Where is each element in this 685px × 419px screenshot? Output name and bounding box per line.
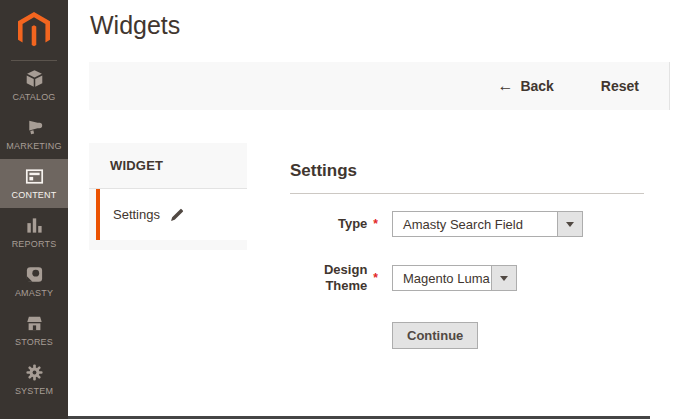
design-theme-select-value: Magento Luma — [393, 266, 491, 290]
storefront-icon — [25, 314, 44, 333]
form-rows: Type * Amasty Search Field Design Theme … — [290, 211, 644, 349]
layout-icon — [25, 167, 44, 186]
type-select[interactable]: Amasty Search Field — [392, 211, 583, 237]
magento-logo-icon — [18, 12, 50, 49]
bar-chart-icon — [25, 216, 44, 235]
type-select-value: Amasty Search Field — [393, 212, 557, 236]
sidebar-item-label: CONTENT — [12, 190, 57, 200]
sidebar-item-label: STORES — [15, 337, 53, 347]
chevron-down-icon — [566, 222, 574, 227]
sidebar-item-label: MARKETING — [6, 141, 61, 151]
design-theme-label: Design Theme — [299, 262, 367, 295]
continue-button[interactable]: Continue — [392, 322, 478, 349]
nav-item-settings[interactable]: Settings — [96, 189, 247, 240]
type-select-arrow — [557, 212, 582, 236]
magento-logo[interactable] — [0, 0, 68, 61]
back-button-label: Back — [520, 78, 553, 94]
form-row-type: Type * Amasty Search Field — [290, 211, 644, 237]
sidebar-item-marketing[interactable]: MARKETING — [0, 110, 68, 159]
design-theme-select[interactable]: Magento Luma — [392, 265, 517, 291]
nav-item-label: Settings — [113, 207, 160, 222]
sidebar-item-label: REPORTS — [12, 239, 57, 249]
widgets-page: CATALOG MARKETING CONTENT REPORTS AMASTY — [0, 0, 685, 419]
amasty-logo-icon — [25, 265, 44, 284]
sidebar-item-stores[interactable]: STORES — [0, 306, 68, 355]
design-theme-label-cell: Design Theme * — [290, 262, 378, 295]
design-theme-select-arrow — [491, 266, 516, 290]
required-asterisk: * — [373, 271, 378, 285]
back-button[interactable]: ← Back — [497, 78, 553, 94]
sidebar-item-content[interactable]: CONTENT — [0, 159, 68, 208]
megaphone-icon — [25, 118, 44, 137]
sidebar-item-system[interactable]: SYSTEM — [0, 355, 68, 404]
type-label: Type — [338, 216, 367, 232]
chevron-down-icon — [500, 276, 508, 281]
form-row-design-theme: Design Theme * Magento Luma — [290, 262, 644, 295]
sidebar-item-catalog[interactable]: CATALOG — [0, 61, 68, 110]
sidebar-item-reports[interactable]: REPORTS — [0, 208, 68, 257]
settings-form: Settings Type * Amasty Search Field Desi… — [290, 161, 644, 349]
reset-button[interactable]: Reset — [601, 78, 639, 94]
nav-panel-header: WIDGET — [89, 143, 247, 189]
required-asterisk: * — [373, 217, 378, 231]
sidebar-item-amasty[interactable]: AMASTY — [0, 257, 68, 306]
catalog-box-icon — [25, 69, 44, 88]
sidebar-item-label: SYSTEM — [15, 386, 53, 396]
admin-sidebar: CATALOG MARKETING CONTENT REPORTS AMASTY — [0, 0, 68, 419]
pencil-icon — [171, 208, 184, 221]
type-control: Amasty Search Field — [392, 211, 583, 237]
sidebar-item-label: AMASTY — [15, 288, 53, 298]
back-arrow-icon: ← — [497, 78, 513, 94]
design-theme-control: Magento Luma — [392, 265, 517, 291]
section-title: Settings — [290, 161, 644, 194]
sidebar-item-label: CATALOG — [12, 92, 55, 102]
reset-button-label: Reset — [601, 78, 639, 94]
widget-nav-panel: WIDGET Settings — [89, 143, 247, 250]
page-title: Widgets — [90, 11, 180, 40]
type-label-cell: Type * — [290, 216, 378, 232]
page-actions-toolbar: ← Back Reset — [89, 62, 670, 110]
gear-icon — [25, 363, 44, 382]
